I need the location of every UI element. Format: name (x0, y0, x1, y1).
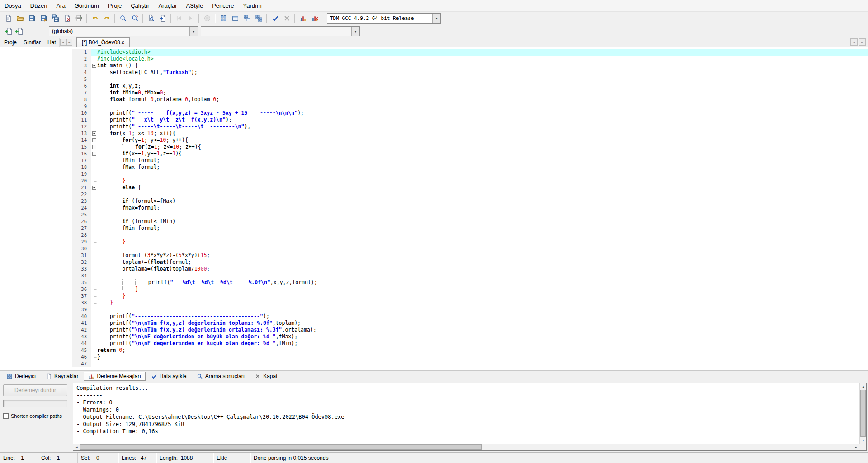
code-line[interactable]: 43 printf("\n\nF değerlerinden en büyük … (72, 333, 868, 340)
left-tabs-scroll-right-icon[interactable]: ► (66, 39, 72, 46)
fold-toggle-icon[interactable] (91, 184, 97, 191)
chevron-down-icon[interactable]: ▼ (351, 27, 359, 36)
bottom-tab-arama-sonu-lar[interactable]: Arama sonuçları (192, 372, 249, 381)
menu-pencere[interactable]: Pencere (208, 0, 238, 11)
bottom-tab-kapat[interactable]: Kapat (250, 372, 282, 381)
vscroll-track[interactable] (860, 390, 866, 437)
delete-profiling-button[interactable] (309, 13, 321, 24)
compiler-profile-combo[interactable]: TDM-GCC 4.9.2 64-bit Release ▼ (327, 13, 441, 24)
left-panel-tab-hat[interactable]: Hat (44, 38, 60, 47)
code-line[interactable]: 16 if(x==1,y==1,z==1){ (72, 150, 868, 157)
menu-d-zen[interactable]: Düzen (26, 0, 52, 11)
code-line[interactable]: 15 for(z=1; z<=10; z++){ (72, 144, 868, 150)
code-line[interactable]: 31 formul=(3*x*y*z)-(5*x*y)+15; (72, 252, 868, 259)
code-line[interactable]: 35 printf(" %d\t %d\t %d\t %.0f\n",x,y,z… (72, 279, 868, 286)
compile-button[interactable] (217, 13, 229, 24)
tab-scroll-left-icon[interactable]: ◄ (850, 38, 858, 46)
code-line[interactable]: 23 if (formul>=fMax) (72, 198, 868, 205)
fold-toggle-icon[interactable] (91, 144, 97, 150)
code-line[interactable]: 2#include<locale.h> (72, 56, 868, 62)
save-as-button[interactable] (38, 13, 49, 24)
menu-al-t-r[interactable]: Çalıştır (126, 0, 154, 11)
code-line[interactable]: 8 float formul=0,ortalama=0,toplam=0; (72, 96, 868, 103)
menu-g-r-n-m[interactable]: Görünüm (70, 0, 104, 11)
code-line[interactable]: 17 fMin=formul; (72, 157, 868, 164)
menu-yard-m[interactable]: Yardım (239, 0, 266, 11)
code-line[interactable]: 22 (72, 191, 868, 198)
menu-ara-lar[interactable]: Araçlar (154, 0, 181, 11)
menu-proje[interactable]: Proje (104, 0, 126, 11)
left-panel-tab-proje[interactable]: Proje (1, 38, 20, 47)
code-line[interactable]: 36 } (72, 286, 868, 293)
new-file-button[interactable] (2, 13, 14, 24)
code-line[interactable]: 11 printf(" x\t y\t z\t f(x,y,z)\n"); (72, 117, 868, 123)
replace-button[interactable] (129, 13, 141, 24)
code-line[interactable]: 13 for(x=1; x<=10; x++){ (72, 130, 868, 137)
goto-line-button[interactable] (157, 13, 169, 24)
code-line[interactable]: 7 int fMin=0,fMax=0; (72, 89, 868, 96)
compile-run-button[interactable] (241, 13, 253, 24)
code-line[interactable]: 39 (72, 306, 868, 313)
code-line[interactable]: 41 printf("\n\nTüm f(x,y,z) değerlerinin… (72, 320, 868, 327)
code-line[interactable]: 30 (72, 245, 868, 252)
log-horizontal-scrollbar[interactable]: ◄ ► (73, 444, 859, 450)
code-line[interactable]: 10 printf(" ----- f(x,y,z) = 3xyz - 5xy … (72, 110, 868, 117)
run-button[interactable] (229, 13, 241, 24)
bottom-tab-derleyici[interactable]: Derleyici (2, 372, 40, 381)
code-line[interactable]: 9 (72, 103, 868, 110)
scroll-down-icon[interactable]: ▼ (860, 437, 867, 444)
chevron-down-icon[interactable]: ▼ (432, 14, 440, 23)
rebuild-button[interactable] (253, 13, 264, 24)
member-combo[interactable]: ▼ (201, 26, 360, 36)
print-button[interactable] (73, 13, 85, 24)
fold-toggle-icon[interactable] (91, 62, 97, 69)
menu-dosya[interactable]: Dosya (0, 0, 26, 11)
code-line[interactable]: 14 for(y=1; y<=10; y++){ (72, 137, 868, 144)
shorten-compiler-paths-checkbox[interactable] (3, 413, 9, 419)
profile-button[interactable] (297, 13, 309, 24)
code-line[interactable]: 24 fMax=formul; (72, 205, 868, 211)
code-line[interactable]: 37 } (72, 293, 868, 299)
code-line[interactable]: 40 printf("-----------------------------… (72, 313, 868, 320)
scope-combo[interactable]: (globals) ▼ (49, 26, 198, 36)
open-button[interactable] (14, 13, 26, 24)
log-vertical-scrollbar[interactable]: ▲ ▼ (859, 383, 866, 444)
code-line[interactable]: 21 else { (72, 184, 868, 191)
code-line[interactable]: 38 } (72, 299, 868, 306)
code-line[interactable]: 45return 0; (72, 347, 868, 354)
code-line[interactable]: 18 fMax=formul; (72, 164, 868, 171)
code-line[interactable]: 33 ortalama=(float)toplam/1000; (72, 266, 868, 272)
compile-log[interactable]: Compilation results...--------- Errors: … (73, 383, 867, 451)
code-line[interactable]: 27 fMin=formul; (72, 225, 868, 232)
hscroll-track[interactable] (80, 444, 853, 451)
code-line[interactable]: 29 } (72, 239, 868, 245)
code-line[interactable]: 46} (72, 354, 868, 360)
code-line[interactable]: 34 (72, 272, 868, 279)
code-line[interactable]: 25 (72, 211, 868, 218)
tab-scroll-right-icon[interactable]: ► (859, 38, 866, 46)
code-line[interactable]: 5 (72, 76, 868, 83)
editor-tab-b04-odev08[interactable]: [*] B04_Ödev08.c (76, 37, 130, 47)
save-all-button[interactable] (49, 13, 61, 24)
left-tabs-scroll-left-icon[interactable]: ◄ (60, 39, 66, 46)
code-line[interactable]: 3int main () { (72, 62, 868, 69)
code-line[interactable]: 12 printf(" -----\t-----\t-----\t ------… (72, 123, 868, 130)
code-line[interactable]: 19 (72, 171, 868, 178)
code-line[interactable]: 47 (72, 360, 868, 367)
bottom-tab-derleme-mesajlar[interactable]: Derleme Mesajları (84, 372, 145, 381)
scroll-left-icon[interactable]: ◄ (73, 444, 80, 451)
find-in-files-button[interactable] (145, 13, 157, 24)
code-line[interactable]: 44 printf("\n\nF değerlerinden en küçük … (72, 340, 868, 347)
undo-button[interactable] (89, 13, 101, 24)
goto-declaration-button[interactable] (3, 26, 14, 37)
redo-button[interactable] (101, 13, 113, 24)
code-line[interactable]: 1#include<stdio.h> (72, 49, 868, 56)
bottom-tab-kaynaklar[interactable]: Kaynaklar (41, 372, 83, 381)
chevron-down-icon[interactable]: ▼ (189, 27, 198, 36)
scroll-up-icon[interactable]: ▲ (860, 383, 867, 390)
code-line[interactable]: 42 printf("\n\nTüm f(x,y,z) değerlerinin… (72, 327, 868, 333)
goto-implementation-button[interactable] (14, 26, 24, 37)
menu-astyle[interactable]: AStyle (182, 0, 208, 11)
scroll-right-icon[interactable]: ► (853, 444, 859, 451)
code-editor[interactable]: 1#include<stdio.h>2#include<locale.h>3in… (72, 47, 868, 370)
